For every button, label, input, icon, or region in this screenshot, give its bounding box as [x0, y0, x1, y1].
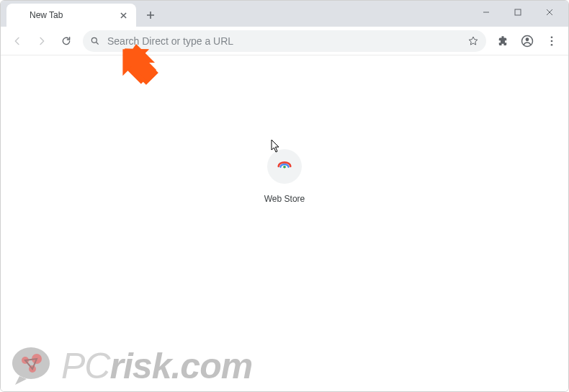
tab-favicon — [14, 10, 24, 20]
new-tab-page: Web Store — [1, 55, 568, 391]
bookmark-star-icon[interactable] — [467, 35, 479, 47]
window-maximize-button[interactable] — [502, 1, 534, 23]
back-button[interactable] — [6, 30, 28, 52]
forward-button[interactable] — [31, 30, 53, 52]
svg-point-5 — [551, 40, 553, 42]
new-tab-button[interactable] — [140, 5, 161, 25]
window-minimize-button[interactable] — [470, 1, 502, 23]
tab-title: New Tab — [30, 10, 117, 20]
svg-rect-0 — [515, 9, 521, 15]
svg-point-3 — [526, 37, 529, 41]
extensions-button[interactable] — [492, 30, 514, 52]
svg-point-7 — [283, 166, 286, 169]
shortcut-tile — [267, 149, 302, 184]
browser-toolbar — [1, 27, 568, 55]
svg-point-4 — [551, 36, 553, 38]
window-controls — [470, 1, 565, 24]
profile-button[interactable] — [516, 30, 538, 52]
svg-point-1 — [91, 37, 97, 43]
address-input[interactable] — [107, 35, 467, 47]
address-bar[interactable] — [83, 30, 486, 52]
web-store-icon — [277, 157, 292, 176]
reload-button[interactable] — [55, 30, 77, 52]
shortcut-label: Web Store — [248, 194, 321, 204]
window-close-button[interactable] — [534, 1, 565, 23]
tab-close-button[interactable] — [117, 9, 129, 21]
search-icon — [90, 36, 100, 46]
shortcut-web-store[interactable]: Web Store — [248, 149, 321, 204]
tab-strip: New Tab — [1, 1, 568, 27]
browser-tab[interactable]: New Tab — [6, 4, 136, 27]
svg-point-6 — [551, 43, 553, 45]
menu-button[interactable] — [541, 30, 563, 52]
